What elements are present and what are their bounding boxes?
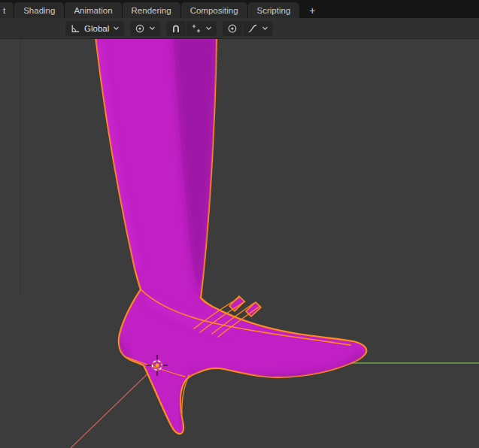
transform-orientation-icon [70, 23, 80, 34]
tab-shading[interactable]: Shading [14, 2, 64, 18]
snap-toggle-button[interactable] [166, 21, 186, 36]
proportional-falloff-dropdown[interactable] [243, 21, 273, 36]
chevron-down-icon [205, 26, 212, 31]
snapping-group [166, 21, 217, 36]
tab-texture-paint-partial[interactable]: t [0, 2, 14, 18]
proportional-editing-toggle[interactable] [223, 21, 242, 36]
chevron-down-icon [113, 26, 120, 31]
tab-scripting[interactable]: Scripting [248, 2, 300, 18]
snap-increment-icon [191, 23, 202, 34]
add-workspace-button[interactable]: + [302, 2, 322, 18]
transform-orientation-dropdown[interactable]: Global [65, 21, 124, 36]
strap-buckles [229, 296, 261, 316]
magnet-icon [171, 23, 181, 34]
transform-orientation-value: Global [84, 24, 109, 33]
tab-label: Animation [74, 6, 112, 15]
selected-object-shoe[interactable] [95, 39, 366, 434]
viewport-3d[interactable] [0, 39, 479, 448]
viewport-tool-header: Global [0, 18, 479, 39]
tab-animation[interactable]: Animation [65, 2, 121, 18]
workspace-tabbar: t Shading Animation Rendering Compositin… [0, 0, 479, 18]
viewport-scene [0, 39, 479, 448]
tab-label: Scripting [257, 6, 291, 15]
axis-x-line [71, 363, 159, 448]
pivot-point-icon [135, 23, 145, 34]
chevron-down-icon [149, 26, 156, 31]
object-origin-dot [155, 363, 159, 367]
tab-compositing[interactable]: Compositing [181, 2, 247, 18]
tab-label: t [3, 6, 5, 15]
tool-settings-controls: Global [65, 21, 273, 36]
tab-label: Rendering [132, 6, 171, 15]
tab-label: Compositing [190, 6, 238, 15]
snap-settings-dropdown[interactable] [186, 21, 217, 36]
falloff-curve-icon [247, 23, 258, 34]
chevron-down-icon [262, 26, 268, 31]
tab-rendering[interactable]: Rendering [123, 2, 180, 18]
pivot-point-dropdown[interactable] [130, 21, 160, 36]
proportional-editing-icon [227, 23, 238, 34]
tab-label: Shading [23, 6, 55, 15]
proportional-editing-group [223, 21, 273, 36]
